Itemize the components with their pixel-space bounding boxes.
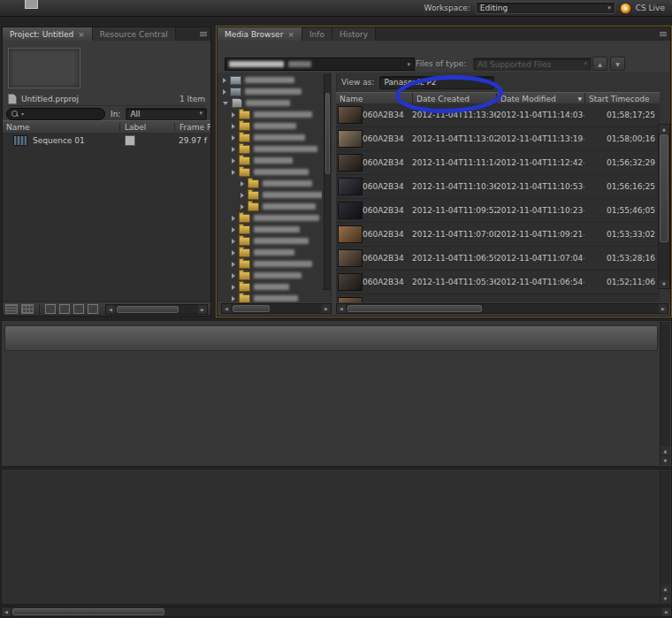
scrollbar-thumb[interactable] <box>233 305 270 312</box>
close-icon[interactable]: × <box>287 30 294 39</box>
media-row[interactable]: 060A2B342012-11-04T11:05:36+2012-11-04T1… <box>336 271 660 294</box>
scroll-up-icon[interactable]: ▲ <box>659 125 669 134</box>
tree-item[interactable] <box>221 189 322 201</box>
scroll-down-icon[interactable]: ▼ <box>659 279 669 288</box>
column-header-name[interactable]: Name <box>3 123 119 132</box>
media-row[interactable]: 060A2B342012-11-04T11:07:08+2012-11-04T1… <box>336 223 660 247</box>
tab-resource-central[interactable]: Resource Central <box>93 27 176 41</box>
close-icon[interactable]: × <box>78 30 85 39</box>
scrollbar-thumb[interactable] <box>660 134 668 242</box>
find-icon[interactable] <box>45 304 56 314</box>
tree-item[interactable] <box>221 293 322 302</box>
search-in-dropdown[interactable]: All ▾ <box>126 108 207 120</box>
list-vertical-scrollbar[interactable]: ▲ ▼ <box>658 124 670 289</box>
column-header-label[interactable]: Label <box>119 123 174 132</box>
disclosure-icon[interactable] <box>232 158 235 164</box>
trash-icon[interactable] <box>88 304 98 314</box>
disclosure-icon[interactable] <box>232 147 235 152</box>
disclosure-icon[interactable] <box>223 89 226 95</box>
disclosure-icon[interactable] <box>232 216 235 221</box>
tree-item[interactable] <box>221 201 322 212</box>
media-row[interactable]: 060A2B342012-11-04T11:09:52+2012-11-04T1… <box>336 199 660 223</box>
scrollbar-track[interactable] <box>346 304 659 313</box>
disclosure-icon[interactable] <box>232 170 235 175</box>
list-view-icon[interactable] <box>5 304 18 314</box>
scroll-left-icon[interactable]: ◀ <box>106 305 115 314</box>
media-row[interactable]: 060A2B342012-11-04T11:11:14+2012-11-04T1… <box>336 151 660 175</box>
disclosure-icon[interactable] <box>232 227 235 233</box>
cs-live-label[interactable]: CS Live <box>636 4 665 12</box>
column-header-frame-rate[interactable]: Frame Rate <box>174 123 210 132</box>
media-row[interactable]: 060A2B342012-11-04T11:13:36+2012-11-04T1… <box>336 103 660 127</box>
tree-item[interactable] <box>221 212 322 224</box>
disclosure-icon[interactable] <box>232 285 235 290</box>
scrollbar-thumb[interactable] <box>117 306 179 313</box>
bottom-horizontal-scrollbar[interactable]: ◀ ▶ <box>1 607 672 617</box>
disclosure-icon[interactable] <box>232 273 235 278</box>
disclosure-icon[interactable] <box>232 112 235 118</box>
disclosure-icon[interactable] <box>232 262 235 267</box>
scroll-left-icon[interactable]: ◀ <box>337 304 346 313</box>
search-input[interactable]: ▾ <box>6 108 105 120</box>
scroll-right-icon[interactable]: ▶ <box>662 607 671 616</box>
tree-item[interactable] <box>221 155 322 166</box>
project-column-headers[interactable]: Name Label Frame Rate <box>3 120 210 134</box>
tree-item[interactable] <box>221 258 322 270</box>
tree-item[interactable] <box>221 132 322 143</box>
scroll-left-icon[interactable]: ◀ <box>2 607 11 616</box>
tab-info[interactable]: Info <box>302 27 332 41</box>
scroll-right-icon[interactable]: ▶ <box>659 304 668 313</box>
monitor-vertical-scrollbar[interactable]: ▲ ▼ <box>660 322 670 465</box>
label-swatch[interactable] <box>125 135 135 146</box>
files-of-type-dropdown[interactable]: All Supported Files ▾ <box>473 57 592 71</box>
disclosure-icon[interactable] <box>232 250 235 256</box>
panel-menu-icon[interactable] <box>656 27 670 41</box>
disclosure-icon[interactable] <box>223 78 226 83</box>
tab-media-browser[interactable]: Media Browser × <box>218 27 302 41</box>
project-file-name[interactable]: Untitled.prproj <box>21 95 79 103</box>
media-row[interactable]: 060A2B342012-11-04T11:06:59+2012-11-04T1… <box>336 247 660 271</box>
scrollbar-track[interactable] <box>231 304 322 313</box>
tree-item[interactable] <box>221 109 322 120</box>
project-row[interactable]: Sequence 0129.97 f <box>3 133 210 148</box>
scroll-down-icon[interactable]: ▼ <box>661 594 670 603</box>
disclosure-icon[interactable] <box>241 193 244 198</box>
scroll-right-icon[interactable]: ▶ <box>198 305 207 314</box>
disclosure-icon[interactable] <box>223 102 228 105</box>
tree-item[interactable] <box>221 86 322 97</box>
icon-view-icon[interactable] <box>21 304 34 314</box>
tab-history[interactable]: History <box>332 27 376 41</box>
disclosure-icon[interactable] <box>241 181 244 187</box>
list-horizontal-scrollbar[interactable]: ◀ ▶ <box>336 303 668 314</box>
new-bin-icon[interactable] <box>59 304 70 314</box>
scrollbar-thumb[interactable] <box>347 305 482 312</box>
tree-horizontal-scrollbar[interactable]: ◀ ▶ <box>221 303 332 314</box>
tree-item[interactable] <box>221 178 322 189</box>
tree-item[interactable] <box>221 74 322 86</box>
scrollbar-thumb[interactable] <box>325 93 330 174</box>
tree-item[interactable] <box>221 281 322 293</box>
disclosure-icon[interactable] <box>232 239 235 244</box>
timeline-vertical-scrollbar[interactable]: ▲ ▼ <box>660 470 670 603</box>
tab-project[interactable]: Project: Untitled × <box>3 27 93 41</box>
navigate-down-button[interactable]: ▼ <box>610 57 625 71</box>
tree-item[interactable] <box>221 166 322 178</box>
disclosure-icon[interactable] <box>232 296 235 301</box>
tree-item[interactable] <box>221 97 322 109</box>
media-row[interactable]: 060A2B342012-11-04T11:10:36+2012-11-04T1… <box>336 175 660 199</box>
view-as-dropdown[interactable]: Panasonic P2 ▾ <box>379 76 494 89</box>
workspace-dropdown[interactable]: Editing ▾ <box>476 2 615 14</box>
scroll-up-icon[interactable]: ▲ <box>661 584 670 593</box>
disclosure-icon[interactable] <box>241 204 244 210</box>
navigate-up-button[interactable]: ▲ <box>592 57 607 71</box>
tree-item[interactable] <box>221 235 322 247</box>
scrollbar-track[interactable] <box>11 607 662 616</box>
tree-item[interactable] <box>221 224 322 235</box>
disclosure-icon[interactable] <box>232 124 235 129</box>
scroll-right-icon[interactable]: ▶ <box>322 304 331 313</box>
media-row[interactable]: 060A2B342012-11-04T11:13:02+2012-11-04T1… <box>336 127 660 151</box>
scrollbar-thumb[interactable] <box>12 608 164 615</box>
scroll-down-icon[interactable]: ▼ <box>661 456 670 465</box>
tree-item[interactable] <box>221 247 322 258</box>
disclosure-icon[interactable] <box>232 135 235 141</box>
